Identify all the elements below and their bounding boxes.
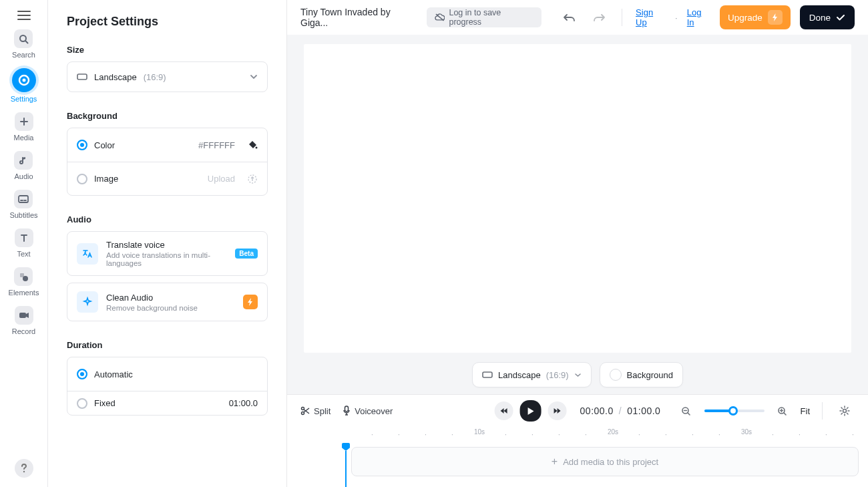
camera-icon (19, 311, 29, 319)
next-button[interactable] (548, 401, 567, 420)
prev-button[interactable] (495, 401, 513, 420)
left-rail: Search Settings Media Audio Subtitles Te… (0, 0, 48, 487)
radio-on[interactable] (77, 140, 87, 150)
svg-rect-6 (19, 313, 26, 318)
zoom-slider[interactable] (704, 410, 765, 412)
ruler-mark: 30s (741, 428, 752, 436)
rail-text[interactable]: Text (15, 228, 33, 258)
canvas-size-chip[interactable]: Landscape (16:9) (472, 362, 592, 387)
redo-button[interactable] (589, 7, 608, 27)
rail-audio[interactable]: Audio (14, 151, 33, 180)
duration-auto-row[interactable]: Automatic (67, 357, 267, 391)
bg-image-row[interactable]: Image Upload (67, 162, 267, 195)
rail-label: Record (12, 327, 35, 335)
upgrade-button[interactable]: Upgrade (720, 5, 791, 29)
bg-color-row[interactable]: Color #FFFFFF (67, 128, 267, 162)
play-icon (527, 407, 534, 416)
settings-icon (18, 74, 30, 86)
size-ratio: (16:9) (144, 72, 166, 82)
canvas-bg-label: Background (627, 370, 673, 380)
svg-rect-11 (483, 372, 492, 377)
settings-panel: Project Settings Size Landscape (16:9) B… (48, 0, 287, 487)
add-media-slot[interactable]: + Add media to this project (351, 447, 859, 476)
canvas[interactable] (304, 44, 851, 353)
rail-elements[interactable]: Elements (9, 267, 39, 297)
landscape-icon (482, 371, 493, 378)
signup-link[interactable]: Sign Up (636, 7, 666, 27)
audio-label: Audio (67, 214, 268, 224)
bg-image-upload[interactable]: Upload (208, 174, 235, 184)
radio-on[interactable] (77, 369, 87, 379)
rail-search[interactable]: Search (12, 29, 35, 59)
search-icon (19, 34, 29, 44)
project-title[interactable]: Tiny Town Invaded by Giga... (300, 7, 417, 28)
radio-off[interactable] (77, 398, 87, 409)
ruler-mark: 10s (474, 428, 485, 436)
paint-bucket-icon[interactable] (248, 140, 258, 150)
timeline-toolbar: Split Voiceover 00:00.0/01:00.0 (287, 395, 868, 427)
subtitles-icon (18, 195, 29, 203)
check-icon (836, 14, 845, 21)
rail-label: Audio (14, 172, 33, 180)
login-pill[interactable]: Log in to save progress (427, 7, 541, 27)
bg-color-label: Color (94, 140, 115, 150)
radio-off[interactable] (77, 174, 87, 184)
fit-button[interactable]: Fit (801, 406, 810, 416)
zoom-in-button[interactable] (773, 401, 793, 421)
svg-rect-4 (20, 273, 24, 277)
menu-icon[interactable] (17, 11, 31, 20)
size-select[interactable]: Landscape (16:9) (67, 61, 268, 92)
upgrade-label: Upgrade (728, 13, 763, 23)
sparkle-icon (82, 297, 93, 307)
canvas-bg-chip[interactable]: Background (600, 362, 683, 387)
canvas-area: Landscape (16:9) Background (287, 35, 868, 394)
login-link[interactable]: Log In (687, 7, 710, 27)
upload-icon[interactable] (247, 174, 258, 184)
background-label: Background (67, 111, 268, 121)
translate-title: Translate voice (106, 240, 227, 250)
size-label: Size (67, 45, 268, 55)
duration-fixed-row[interactable]: Fixed 01:00.0 (67, 391, 267, 415)
timeline: Split Voiceover 00:00.0/01:00.0 (287, 394, 868, 487)
undo-button[interactable] (560, 7, 580, 27)
clean-audio-card[interactable]: Clean Audio Remove background noise (67, 283, 268, 321)
landscape-icon (77, 73, 87, 80)
duration-card: Automatic Fixed 01:00.0 (67, 357, 268, 416)
gear-icon (839, 405, 850, 416)
zoom-out-button[interactable] (676, 401, 696, 421)
bg-image-label: Image (94, 174, 118, 184)
add-media-label: Add media to this project (563, 457, 658, 467)
dot: · (675, 13, 678, 23)
background-card: Color #FFFFFF Image Upload (67, 128, 268, 196)
svg-point-7 (23, 471, 24, 472)
rail-record[interactable]: Record (12, 306, 35, 335)
music-icon (19, 156, 28, 165)
play-button[interactable] (520, 400, 541, 422)
panel-title: Project Settings (67, 15, 268, 29)
help-icon (21, 464, 27, 473)
canvas-size-ratio: (16:9) (546, 370, 569, 380)
svg-point-17 (843, 410, 847, 413)
scissors-icon (300, 406, 310, 416)
voiceover-label: Voiceover (355, 406, 393, 416)
translate-voice-card[interactable]: Translate voice Add voice translations i… (67, 231, 268, 276)
help-button[interactable] (15, 459, 33, 478)
timeline-body: + Add media to this project (287, 443, 868, 487)
zoom-in-icon (777, 406, 787, 416)
rail-subtitles[interactable]: Subtitles (9, 190, 37, 219)
rail-settings[interactable]: Settings (11, 68, 37, 103)
svg-rect-3 (19, 196, 28, 202)
text-icon (19, 233, 29, 242)
done-button[interactable]: Done (800, 5, 855, 29)
timeline-settings-button[interactable] (835, 401, 855, 421)
svg-point-5 (23, 276, 28, 281)
duration-label: Duration (67, 340, 268, 350)
voiceover-button[interactable]: Voiceover (343, 405, 393, 416)
duration-fixed-label: Fixed (94, 398, 116, 408)
cloud-off-icon (435, 13, 445, 22)
timeline-ruler[interactable]: ···· 10s ···· 20s ···· 30s ···· 40s ····… (287, 427, 868, 443)
split-button[interactable]: Split (300, 406, 331, 416)
size-value: Landscape (94, 72, 137, 82)
playhead[interactable] (342, 443, 350, 487)
rail-media[interactable]: Media (14, 112, 34, 142)
